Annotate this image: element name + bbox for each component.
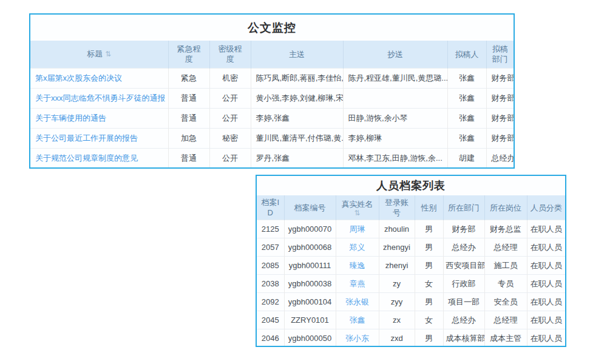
person-name-link[interactable]: 周琳 xyxy=(350,224,365,234)
doc-cell-drafter: 胡建 xyxy=(447,148,486,168)
person-cell-position: 施工员 xyxy=(484,257,527,275)
person-cell-category: 在职人员 xyxy=(527,257,565,275)
doc-col-urgency: 紧急程度 xyxy=(168,41,209,68)
person-col-name[interactable]: 真实姓名⇅ xyxy=(336,195,379,220)
person-cell-dept: 总经办 xyxy=(443,311,484,329)
person-name-link[interactable]: 章燕 xyxy=(350,279,365,288)
person-cell-gender: 男 xyxy=(415,329,443,348)
person-cell-account: zhoulin xyxy=(379,220,415,238)
sort-icon[interactable]: ⇅ xyxy=(105,50,111,58)
doc-title-link[interactable]: 关于xxx同志临危不惧勇斗歹徒的通报 xyxy=(35,93,166,103)
person-cell-name: 章燕 xyxy=(336,275,379,293)
doc-col-cc: 抄送 xyxy=(343,41,447,68)
person-cell-id: 2046 xyxy=(257,329,284,348)
table-row: 关于公司最近工作开展的报告 加急 秘密 董川民,董清平,付伟璐,黄... 李婷,… xyxy=(30,128,514,148)
person-name-link[interactable]: 张鑫 xyxy=(350,315,365,325)
doc-cell-dept: 财务部 xyxy=(486,88,514,108)
person-cell-category: 在职人员 xyxy=(527,311,565,329)
person-name-link[interactable]: 张永银 xyxy=(345,297,369,306)
doc-cell-dept: 财务部 xyxy=(486,128,514,148)
person-cell-code: ygbh000070 xyxy=(284,220,336,238)
doc-title-link[interactable]: 关于车辆使用的通告 xyxy=(35,113,106,123)
doc-cell-drafter: 张鑫 xyxy=(447,88,486,108)
doc-title-link[interactable]: 关于公司最近工作开展的报告 xyxy=(35,133,138,143)
doc-header-row: 标题⇅ 紧急程度 密级程度 主送 抄送 拟稿人 拟稿部门 xyxy=(30,41,514,68)
doc-cell-title: 关于规范公司规章制度的意见 xyxy=(30,148,168,168)
person-cell-name: 张永银 xyxy=(336,293,379,311)
person-cell-code: ygbh000104 xyxy=(284,293,336,311)
table-row: 关于车辆使用的通告 普通 公开 李婷,张鑫 田静,游恢,余小琴 张鑫 财务部 xyxy=(30,108,514,128)
person-name-link[interactable]: 臻逸 xyxy=(350,261,365,270)
table-row: 第x届第x次股东会的决议 紧急 机密 陈巧凤,断郎,蒋丽,李佳怡,... 陈丹,… xyxy=(30,68,514,88)
doc-cell-dept: 总经办 xyxy=(486,148,514,168)
person-cell-account: zhengyi xyxy=(379,238,415,257)
person-cell-code: ZZRY0101 xyxy=(284,311,336,329)
doc-cell-to: 董川民,董清平,付伟璐,黄... xyxy=(251,128,343,148)
table-row: 2092 ygbh000104 张永银 zyy 男 项目一部 安全员 在职人员 xyxy=(257,293,565,311)
person-cell-code: ygbh000068 xyxy=(284,238,336,257)
sort-icon[interactable]: ⇅ xyxy=(339,209,376,217)
doc-cell-cc: 邓林,李卫东,田静,游恢,余... xyxy=(343,148,447,168)
doc-monitor-panel: 公文监控 标题⇅ 紧急程度 密级程度 主送 抄送 拟稿人 拟稿部门 第x届第x次… xyxy=(29,13,515,169)
doc-cell-title: 第x届第x次股东会的决议 xyxy=(30,68,168,88)
personnel-panel: 人员档案列表 档案ID 档案编号 真实姓名⇅ 登录账号 性别 所在部门 所在岗位… xyxy=(256,175,566,347)
person-cell-id: 2125 xyxy=(257,220,284,238)
doc-cell-secrecy: 公开 xyxy=(209,108,251,128)
person-cell-code: ygbh000111 xyxy=(284,257,336,275)
person-cell-account: zhenyi xyxy=(379,257,415,275)
page: { "icons": { "sort": "⇅" }, "colors": { … xyxy=(0,0,607,364)
person-cell-id: 2057 xyxy=(257,238,284,257)
doc-title-link[interactable]: 第x届第x次股东会的决议 xyxy=(35,73,122,83)
person-cell-id: 2092 xyxy=(257,293,284,311)
person-cell-id: 2045 xyxy=(257,311,284,329)
person-cell-name: 张鑫 xyxy=(336,311,379,329)
person-cell-category: 在职人员 xyxy=(527,275,565,293)
doc-cell-secrecy: 机密 xyxy=(209,68,251,88)
person-name-link[interactable]: 张小东 xyxy=(345,334,369,343)
doc-cell-urgency: 普通 xyxy=(168,88,209,108)
person-col-position: 所在岗位 xyxy=(484,195,527,220)
person-cell-category: 在职人员 xyxy=(527,329,565,348)
person-cell-name: 臻逸 xyxy=(336,257,379,275)
person-col-name-label: 真实姓名 xyxy=(342,200,373,209)
table-row: 关于xxx同志临危不惧勇斗歹徒的通报 普通 公开 黄小强,李婷,刘健,柳琳,宋.… xyxy=(30,88,514,108)
doc-cell-drafter: 张鑫 xyxy=(447,68,486,88)
person-cell-position: 成本主管 xyxy=(484,329,527,348)
table-row: 2085 ygbh000111 臻逸 zhenyi 男 西安项目部 施工员 在职… xyxy=(257,257,565,275)
doc-cell-to: 黄小强,李婷,刘健,柳琳,宋... xyxy=(251,88,343,108)
person-cell-gender: 女 xyxy=(415,311,443,329)
person-cell-dept: 行政部 xyxy=(443,275,484,293)
doc-cell-to: 罗丹,张鑫 xyxy=(251,148,343,168)
doc-cell-title: 关于车辆使用的通告 xyxy=(30,108,168,128)
person-cell-position: 总经理 xyxy=(484,311,527,329)
person-cell-position: 总经理 xyxy=(484,238,527,257)
person-cell-gender: 男 xyxy=(415,220,443,238)
doc-title-link[interactable]: 关于规范公司规章制度的意见 xyxy=(35,153,138,163)
doc-col-title-label: 标题 xyxy=(87,49,103,58)
person-col-id: 档案ID xyxy=(257,195,284,220)
doc-col-dept: 拟稿部门 xyxy=(486,41,514,68)
doc-cell-drafter: 张鑫 xyxy=(447,108,486,128)
person-cell-account: zyy xyxy=(379,293,415,311)
doc-cell-drafter: 张鑫 xyxy=(447,128,486,148)
person-name-link[interactable]: 郑义 xyxy=(350,243,365,252)
person-cell-account: zy xyxy=(379,275,415,293)
person-cell-gender: 女 xyxy=(415,275,443,293)
doc-cell-to: 陈巧凤,断郎,蒋丽,李佳怡,... xyxy=(251,68,343,88)
person-cell-dept: 总经办 xyxy=(443,238,484,257)
person-cell-account: zxd xyxy=(379,329,415,348)
person-cell-dept: 西安项目部 xyxy=(443,257,484,275)
personnel-title: 人员档案列表 xyxy=(257,176,565,195)
doc-cell-secrecy: 公开 xyxy=(209,88,251,108)
table-row: 2045 ZZRY0101 张鑫 zx 女 总经办 总经理 在职人员 xyxy=(257,311,565,329)
personnel-header-row: 档案ID 档案编号 真实姓名⇅ 登录账号 性别 所在部门 所在岗位 人员分类 xyxy=(257,195,565,220)
doc-cell-to: 李婷,张鑫 xyxy=(251,108,343,128)
person-cell-name: 张小东 xyxy=(336,329,379,348)
doc-cell-urgency: 紧急 xyxy=(168,68,209,88)
doc-cell-cc: 田静,游恢,余小琴 xyxy=(343,108,447,128)
person-col-account: 登录账号 xyxy=(379,195,415,220)
person-cell-dept: 成本核算部 xyxy=(443,329,484,348)
doc-col-title[interactable]: 标题⇅ xyxy=(30,41,168,68)
person-cell-category: 在职人员 xyxy=(527,293,565,311)
person-col-code: 档案编号 xyxy=(284,195,336,220)
